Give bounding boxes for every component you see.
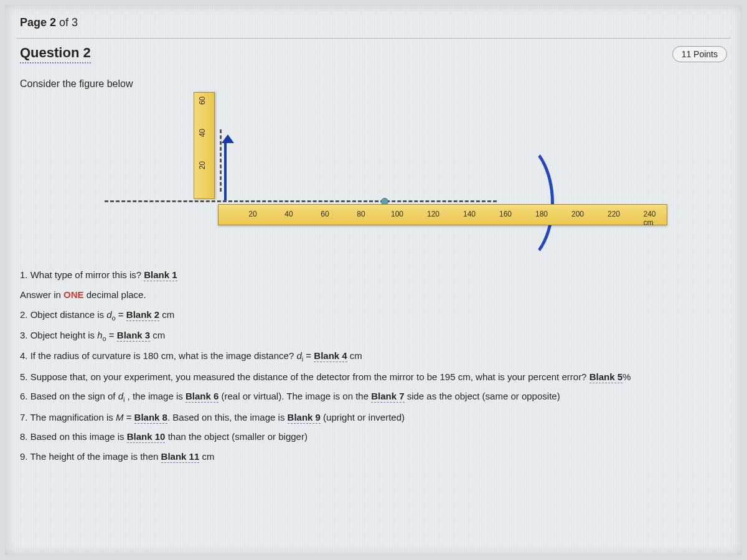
htick-240: 240 cm: [644, 210, 659, 227]
q8-b: than the object (smaller or bigger): [165, 431, 307, 442]
page-of: of: [56, 16, 72, 29]
htick-200: 200: [571, 210, 584, 218]
mirror-arc: [473, 141, 554, 265]
q9-blank[interactable]: Blank 11: [161, 451, 200, 463]
q7-blank1[interactable]: Blank 8: [134, 412, 167, 424]
q9-b: cm: [199, 451, 214, 462]
page-total: 3: [72, 16, 78, 29]
q2-a: 2. Object distance is: [20, 309, 106, 320]
points-badge: 11 Points: [672, 46, 727, 62]
q5-a: 5. Suppose that, on your experiment, you…: [20, 371, 590, 382]
q9-a: 9. The height of the image is then: [20, 451, 161, 462]
htick-140: 140: [463, 210, 476, 218]
q2: 2. Object distance is do = Blank 2 cm: [20, 306, 727, 324]
q3-a: 3. Object height is: [20, 330, 97, 340]
q3-blank[interactable]: Blank 3: [117, 330, 150, 342]
vtick-20: 20: [198, 161, 207, 169]
q1-blank[interactable]: Blank 1: [144, 269, 177, 281]
page-indicator: Page 2 of 3: [5, 5, 742, 35]
horizontal-ruler: 20 40 60 80 100 120 140 160 180 200 220 …: [218, 204, 667, 225]
instruction-text: Consider the figure below: [20, 78, 727, 90]
q3-unit: cm: [150, 330, 165, 340]
question-block: Question 2 11 Points Consider the figure…: [5, 39, 742, 480]
q6-var: d: [118, 391, 123, 401]
vertical-ruler: 20 40 60: [194, 92, 215, 199]
htick-180: 180: [535, 210, 548, 218]
q7-c: (upright or inverted): [321, 412, 405, 422]
q1: 1. What type of mirror this is? Blank 1: [20, 266, 727, 284]
question-header: Question 2 11 Points: [20, 45, 727, 63]
q7-b: . Based on this, the image is: [167, 412, 288, 422]
q2-var: d: [106, 309, 111, 320]
question-list: 1. What type of mirror this is? Blank 1 …: [20, 266, 727, 465]
q4-eq: =: [303, 350, 314, 361]
htick-60: 60: [321, 210, 329, 218]
q8: 8. Based on this image is Blank 10 than …: [20, 428, 727, 446]
q6-c: (real or virtual). The image is on the: [218, 391, 371, 401]
q3: 3. Object height is ho = Blank 3 cm: [20, 327, 727, 345]
principal-axis-dash: [105, 200, 497, 202]
q6-d: side as the object (same or opposite): [405, 391, 560, 401]
htick-120: 120: [427, 210, 439, 218]
q5: 5. Suppose that, on your experiment, you…: [20, 368, 727, 386]
page-frame: Page 2 of 3 Question 2 11 Points Conside…: [5, 5, 742, 555]
q2-unit: cm: [159, 309, 174, 320]
q3-var: h: [97, 330, 102, 340]
q4-var: d: [296, 350, 301, 361]
q5-unit: %: [622, 371, 631, 382]
htick-20: 20: [248, 210, 256, 218]
q6-b: , the image is: [125, 391, 186, 401]
htick-40: 40: [284, 210, 293, 218]
q6-blank1[interactable]: Blank 6: [186, 391, 218, 403]
vtick-60: 60: [198, 96, 207, 105]
page-prefix: Page: [20, 16, 50, 29]
object-arrow: [224, 141, 227, 200]
q1-note: Answer in ONE decimal place.: [20, 286, 727, 304]
q1b-a: Answer in: [20, 289, 63, 300]
q7-eq: =: [123, 412, 134, 422]
htick-160: 160: [499, 210, 512, 218]
q8-a: 8. Based on this image is: [20, 431, 127, 442]
q4-unit: cm: [347, 350, 362, 361]
one-highlight: ONE: [63, 289, 84, 300]
q1b-b: decimal place.: [84, 289, 146, 300]
q1-text: 1. What type of mirror this is?: [20, 269, 144, 280]
q7-blank2[interactable]: Blank 9: [288, 412, 321, 424]
optics-figure: 20 40 60 20 40 60 80 100 120 140 160 180…: [31, 92, 727, 260]
q7: 7. The magnification is M = Blank 8. Bas…: [20, 409, 727, 426]
q7-var: M: [116, 412, 124, 422]
q7-a: 7. The magnification is: [20, 412, 116, 422]
q6-a: 6. Based on the sign of: [20, 391, 118, 401]
q6-blank2[interactable]: Blank 7: [371, 391, 404, 403]
vtick-40: 40: [198, 129, 207, 137]
q2-blank[interactable]: Blank 2: [126, 309, 159, 321]
q4: 4. If the radius of curvature is 180 cm,…: [20, 347, 727, 365]
htick-80: 80: [357, 210, 365, 218]
htick-100: 100: [391, 210, 403, 218]
question-title: Question 2: [20, 45, 91, 63]
q3-eq: =: [106, 330, 117, 340]
htick-220: 220: [608, 210, 620, 218]
q9: 9. The height of the image is then Blank…: [20, 448, 727, 465]
q2-eq: =: [116, 309, 126, 320]
q4-a: 4. If the radius of curvature is 180 cm,…: [20, 350, 296, 361]
q8-blank[interactable]: Blank 10: [127, 431, 166, 443]
q4-blank[interactable]: Blank 4: [314, 350, 347, 362]
q6: 6. Based on the sign of di , the image i…: [20, 388, 727, 406]
q5-blank[interactable]: Blank 5: [590, 371, 622, 383]
page-current: 2: [50, 16, 56, 29]
